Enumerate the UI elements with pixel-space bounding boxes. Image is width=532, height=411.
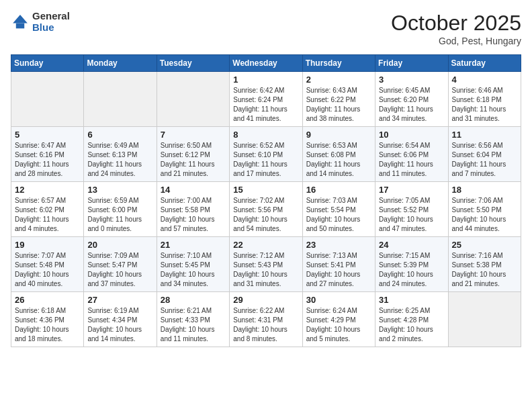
day-number: 16 [306, 185, 371, 195]
calendar-cell: 30Sunrise: 6:24 AMSunset: 4:29 PMDayligh… [302, 292, 375, 347]
day-number: 31 [379, 295, 444, 305]
calendar-cell: 18Sunrise: 7:06 AMSunset: 5:50 PMDayligh… [448, 182, 521, 237]
day-info: Sunrise: 6:52 AMSunset: 6:10 PMDaylight:… [233, 141, 298, 179]
calendar-cell: 4Sunrise: 6:46 AMSunset: 6:18 PMDaylight… [448, 72, 521, 127]
day-info: Sunrise: 6:19 AMSunset: 4:34 PMDaylight:… [87, 306, 152, 344]
title-area: October 2025 God, Pest, Hungary [391, 11, 521, 46]
day-number: 6 [87, 130, 152, 140]
calendar-cell: 17Sunrise: 7:05 AMSunset: 5:52 PMDayligh… [375, 182, 448, 237]
calendar-header-thursday: Thursday [302, 55, 375, 72]
day-number: 19 [15, 240, 80, 250]
day-info: Sunrise: 7:09 AMSunset: 5:47 PMDaylight:… [87, 251, 152, 289]
calendar-cell [448, 292, 521, 347]
logo: General Blue [11, 11, 70, 33]
day-info: Sunrise: 7:15 AMSunset: 5:39 PMDaylight:… [379, 251, 444, 289]
day-info: Sunrise: 7:03 AMSunset: 5:54 PMDaylight:… [306, 196, 371, 234]
day-info: Sunrise: 6:42 AMSunset: 6:24 PMDaylight:… [233, 86, 298, 124]
location-subtitle: God, Pest, Hungary [391, 36, 521, 46]
page-header: General Blue October 2025 God, Pest, Hun… [11, 11, 521, 46]
day-number: 27 [87, 295, 152, 305]
day-info: Sunrise: 6:18 AMSunset: 4:36 PMDaylight:… [15, 306, 80, 344]
calendar-cell: 31Sunrise: 6:25 AMSunset: 4:28 PMDayligh… [375, 292, 448, 347]
calendar-cell: 2Sunrise: 6:43 AMSunset: 6:22 PMDaylight… [302, 72, 375, 127]
day-number: 1 [233, 75, 298, 85]
calendar-cell [11, 72, 84, 127]
day-number: 18 [452, 185, 517, 195]
calendar-week-row: 12Sunrise: 6:57 AMSunset: 6:02 PMDayligh… [11, 182, 521, 237]
day-number: 3 [379, 75, 444, 85]
calendar-header-saturday: Saturday [448, 55, 521, 72]
day-info: Sunrise: 6:24 AMSunset: 4:29 PMDaylight:… [306, 306, 371, 344]
day-info: Sunrise: 6:54 AMSunset: 6:06 PMDaylight:… [379, 141, 444, 179]
calendar-table: SundayMondayTuesdayWednesdayThursdayFrid… [11, 54, 521, 347]
calendar-week-row: 19Sunrise: 7:07 AMSunset: 5:48 PMDayligh… [11, 237, 521, 292]
calendar-cell: 27Sunrise: 6:19 AMSunset: 4:34 PMDayligh… [84, 292, 157, 347]
day-number: 5 [15, 130, 80, 140]
calendar-cell: 12Sunrise: 6:57 AMSunset: 6:02 PMDayligh… [11, 182, 84, 237]
day-number: 21 [161, 240, 226, 250]
day-number: 14 [161, 185, 226, 195]
calendar-cell: 7Sunrise: 6:50 AMSunset: 6:12 PMDaylight… [157, 127, 229, 182]
day-number: 11 [452, 130, 517, 140]
day-info: Sunrise: 7:12 AMSunset: 5:43 PMDaylight:… [233, 251, 298, 289]
day-number: 17 [379, 185, 444, 195]
calendar-header-row: SundayMondayTuesdayWednesdayThursdayFrid… [11, 55, 521, 72]
day-number: 29 [233, 295, 298, 305]
calendar-cell: 29Sunrise: 6:22 AMSunset: 4:31 PMDayligh… [230, 292, 302, 347]
day-number: 30 [306, 295, 371, 305]
day-info: Sunrise: 6:59 AMSunset: 6:00 PMDaylight:… [87, 196, 152, 234]
calendar-cell: 9Sunrise: 6:53 AMSunset: 6:08 PMDaylight… [302, 127, 375, 182]
day-number: 15 [233, 185, 298, 195]
day-info: Sunrise: 6:56 AMSunset: 6:04 PMDaylight:… [452, 141, 517, 179]
calendar-cell: 10Sunrise: 6:54 AMSunset: 6:06 PMDayligh… [375, 127, 448, 182]
day-info: Sunrise: 6:53 AMSunset: 6:08 PMDaylight:… [306, 141, 371, 179]
calendar-cell: 15Sunrise: 7:02 AMSunset: 5:56 PMDayligh… [230, 182, 302, 237]
calendar-cell: 23Sunrise: 7:13 AMSunset: 5:41 PMDayligh… [302, 237, 375, 292]
logo-blue: Blue [32, 22, 70, 34]
logo-general: General [32, 11, 70, 22]
day-info: Sunrise: 6:57 AMSunset: 6:02 PMDaylight:… [15, 196, 80, 234]
calendar-cell: 8Sunrise: 6:52 AMSunset: 6:10 PMDaylight… [230, 127, 302, 182]
day-info: Sunrise: 7:00 AMSunset: 5:58 PMDaylight:… [161, 196, 226, 234]
day-number: 28 [161, 295, 226, 305]
calendar-cell: 19Sunrise: 7:07 AMSunset: 5:48 PMDayligh… [11, 237, 84, 292]
calendar-week-row: 5Sunrise: 6:47 AMSunset: 6:16 PMDaylight… [11, 127, 521, 182]
calendar-cell: 14Sunrise: 7:00 AMSunset: 5:58 PMDayligh… [157, 182, 229, 237]
calendar-cell: 24Sunrise: 7:15 AMSunset: 5:39 PMDayligh… [375, 237, 448, 292]
day-info: Sunrise: 7:06 AMSunset: 5:50 PMDaylight:… [452, 196, 517, 234]
logo-icon [11, 13, 30, 32]
month-title: October 2025 [391, 11, 521, 36]
day-number: 9 [306, 130, 371, 140]
day-info: Sunrise: 6:43 AMSunset: 6:22 PMDaylight:… [306, 86, 371, 124]
calendar-header-tuesday: Tuesday [157, 55, 229, 72]
day-number: 20 [87, 240, 152, 250]
day-number: 2 [306, 75, 371, 85]
calendar-cell: 3Sunrise: 6:45 AMSunset: 6:20 PMDaylight… [375, 72, 448, 127]
day-info: Sunrise: 6:46 AMSunset: 6:18 PMDaylight:… [452, 86, 517, 124]
calendar-cell: 16Sunrise: 7:03 AMSunset: 5:54 PMDayligh… [302, 182, 375, 237]
day-info: Sunrise: 7:07 AMSunset: 5:48 PMDaylight:… [15, 251, 80, 289]
calendar-header-friday: Friday [375, 55, 448, 72]
day-info: Sunrise: 6:47 AMSunset: 6:16 PMDaylight:… [15, 141, 80, 179]
calendar-header-monday: Monday [84, 55, 157, 72]
calendar-cell: 21Sunrise: 7:10 AMSunset: 5:45 PMDayligh… [157, 237, 229, 292]
calendar-cell [84, 72, 157, 127]
calendar-cell: 28Sunrise: 6:21 AMSunset: 4:33 PMDayligh… [157, 292, 229, 347]
day-number: 25 [452, 240, 517, 250]
day-number: 12 [15, 185, 80, 195]
day-number: 24 [379, 240, 444, 250]
svg-rect-1 [16, 23, 24, 28]
day-info: Sunrise: 7:05 AMSunset: 5:52 PMDaylight:… [379, 196, 444, 234]
day-number: 4 [452, 75, 517, 85]
day-info: Sunrise: 6:45 AMSunset: 6:20 PMDaylight:… [379, 86, 444, 124]
day-number: 22 [233, 240, 298, 250]
day-number: 8 [233, 130, 298, 140]
day-info: Sunrise: 7:16 AMSunset: 5:38 PMDaylight:… [452, 251, 517, 289]
calendar-cell: 22Sunrise: 7:12 AMSunset: 5:43 PMDayligh… [230, 237, 302, 292]
day-number: 13 [87, 185, 152, 195]
day-info: Sunrise: 6:50 AMSunset: 6:12 PMDaylight:… [161, 141, 226, 179]
day-number: 7 [161, 130, 226, 140]
day-number: 23 [306, 240, 371, 250]
day-info: Sunrise: 6:22 AMSunset: 4:31 PMDaylight:… [233, 306, 298, 344]
calendar-cell: 6Sunrise: 6:49 AMSunset: 6:13 PMDaylight… [84, 127, 157, 182]
